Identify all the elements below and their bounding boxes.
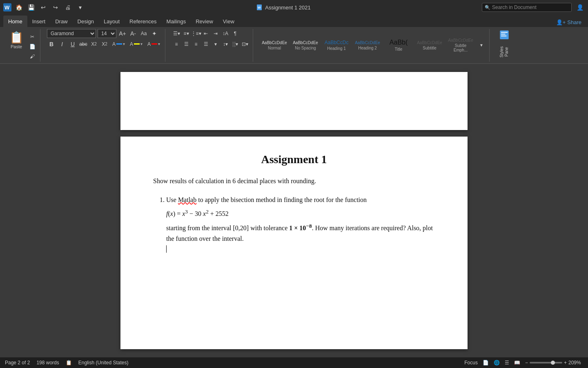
print-button[interactable]: 🖨 bbox=[63, 2, 73, 12]
style-heading1[interactable]: AaBbCcDc Heading 1 bbox=[322, 31, 351, 59]
status-right: Focus 📄 🌐 ☰ 📖 − + 209% bbox=[464, 360, 583, 366]
document-title: Assignment 1 bbox=[153, 153, 435, 166]
undo-button[interactable]: ↩ bbox=[38, 2, 48, 12]
decrease-indent-button[interactable]: ⇤ bbox=[201, 29, 210, 38]
align-right-button[interactable]: ≡ bbox=[192, 40, 200, 49]
customize-button[interactable]: ▾ bbox=[75, 2, 85, 12]
font-size-select[interactable]: 14 12 16 18 bbox=[98, 29, 116, 38]
redo-button[interactable]: ↪ bbox=[51, 2, 60, 12]
language[interactable]: English (United States) bbox=[78, 360, 129, 366]
tab-layout[interactable]: Layout bbox=[99, 16, 125, 27]
align-left-button[interactable]: ≡ bbox=[172, 40, 181, 49]
style-nospacing-label: No Spacing bbox=[295, 46, 316, 50]
bullets-button[interactable]: ☰▾ bbox=[172, 29, 181, 38]
item1-continuation: starting from the interval [0,20] with t… bbox=[166, 222, 435, 244]
font-row-1: Garamond Arial Times New Roman 14 12 16 … bbox=[47, 29, 159, 38]
focus-button[interactable]: Focus bbox=[464, 360, 478, 366]
line-spacing-button[interactable]: ↕▾ bbox=[221, 40, 230, 49]
page-2[interactable]: Assignment 1 Show results of calculation… bbox=[120, 137, 468, 349]
font-color-button[interactable]: A ▾ bbox=[111, 40, 127, 49]
shrink-font-button[interactable]: A- bbox=[129, 29, 138, 38]
font-color-chevron[interactable]: ▾ bbox=[123, 42, 125, 46]
superscript-button[interactable]: X2 bbox=[100, 40, 109, 49]
copy-icon[interactable]: 📄 bbox=[28, 42, 37, 51]
zoom-slider[interactable] bbox=[530, 362, 562, 364]
paragraph-group: ☰▾ ≡▾ ⋮≡▾ ⇤ ⇥ ↕A ¶ ≡ ☰ ≡ ☰ ▾ ↕▾ ░▾ ⊡▾ bbox=[169, 29, 253, 62]
doc-icon: W bbox=[256, 4, 263, 11]
zoom-in-button[interactable]: + bbox=[564, 360, 567, 366]
cursor bbox=[166, 244, 435, 254]
grow-font-button[interactable]: A+ bbox=[118, 29, 127, 38]
document-area[interactable]: Assignment 1 Show results of calculation… bbox=[0, 64, 588, 357]
tab-home[interactable]: Home bbox=[3, 16, 27, 27]
share-icon: 👤+ bbox=[556, 19, 566, 25]
style-title[interactable]: AaBb( Title bbox=[384, 31, 413, 59]
font-row-2: B I U abc X2 X2 A ▾ A ▾ A ▾ bbox=[47, 40, 162, 49]
style-no-spacing[interactable]: AaBbCcDdEe No Spacing bbox=[291, 31, 320, 59]
show-marks-button[interactable]: ¶ bbox=[231, 29, 240, 38]
increase-indent-button[interactable]: ⇥ bbox=[211, 29, 220, 38]
change-case-button[interactable]: Aa bbox=[139, 29, 148, 38]
bold-button[interactable]: B bbox=[47, 40, 56, 49]
tab-references[interactable]: References bbox=[125, 16, 161, 27]
style-h1-label: Heading 1 bbox=[327, 46, 346, 51]
styles-pane-label: Styles Pane bbox=[499, 42, 509, 62]
styles-pane-button[interactable]: Styles Pane bbox=[493, 29, 516, 62]
tab-design[interactable]: Design bbox=[73, 16, 99, 27]
ribbon: 📋 Paste ✂ 📄 🖌 Garamond Arial Times New R… bbox=[0, 27, 588, 64]
highlight-icon: A bbox=[130, 41, 133, 47]
underline-button[interactable]: U bbox=[68, 40, 77, 49]
columns-button[interactable]: ▾ bbox=[211, 40, 220, 49]
tab-draw[interactable]: Draw bbox=[50, 16, 72, 27]
format-painter-icon[interactable]: 🖌 bbox=[28, 52, 37, 61]
style-heading2[interactable]: AaBbCcDdEe Heading 2 bbox=[353, 31, 382, 59]
style-subtle-emph[interactable]: AaBbCcDdEe Subtle Emph... bbox=[446, 31, 475, 59]
save-button[interactable]: 💾 bbox=[26, 2, 36, 12]
zoom-control: − + 209% bbox=[525, 360, 583, 366]
font-group: Garamond Arial Times New Roman 14 12 16 … bbox=[44, 29, 165, 62]
zoom-out-button[interactable]: − bbox=[525, 360, 528, 366]
font-family-select[interactable]: Garamond Arial Times New Roman bbox=[47, 29, 96, 38]
tab-insert[interactable]: Insert bbox=[27, 16, 51, 27]
italic-button[interactable]: I bbox=[58, 40, 67, 49]
share-button[interactable]: 👤+ Share bbox=[553, 18, 585, 27]
multilevel-button[interactable]: ⋮≡▾ bbox=[192, 29, 200, 38]
strikethrough-button[interactable]: abc bbox=[79, 40, 88, 49]
view-mode-icon[interactable]: 📄 bbox=[483, 360, 489, 366]
view-read-icon[interactable]: 📖 bbox=[514, 360, 520, 366]
text-color-chevron[interactable]: ▾ bbox=[158, 42, 160, 46]
text-color-button[interactable]: A ▾ bbox=[146, 40, 162, 49]
search-box[interactable]: 🔍 Search in Document bbox=[482, 3, 572, 12]
font-color-icon: A bbox=[112, 41, 116, 47]
view-web-icon[interactable]: 🌐 bbox=[494, 360, 500, 366]
view-list-icon[interactable]: ☰ bbox=[505, 360, 509, 366]
style-normal-preview: AaBbCcDdEe bbox=[262, 40, 287, 45]
proofing-icon[interactable]: 📋 bbox=[66, 360, 72, 366]
highlight-chevron[interactable]: ▾ bbox=[140, 42, 143, 46]
tab-mailings[interactable]: Mailings bbox=[162, 16, 191, 27]
shading-button[interactable]: ░▾ bbox=[231, 40, 240, 49]
cut-icon[interactable]: ✂ bbox=[28, 32, 37, 41]
svg-rect-4 bbox=[500, 30, 508, 39]
tab-review[interactable]: Review bbox=[191, 16, 218, 27]
borders-button[interactable]: ⊡▾ bbox=[241, 40, 249, 49]
user-icon[interactable]: 👤 bbox=[575, 2, 585, 12]
clear-format-button[interactable]: ✦ bbox=[150, 29, 159, 38]
home-icon[interactable]: 🏠 bbox=[14, 2, 24, 12]
window-title: Assignment 1 2021 bbox=[265, 4, 310, 11]
highlight-button[interactable]: A ▾ bbox=[128, 40, 144, 49]
title-bar: W 🏠 💾 ↩ ↪ 🖨 ▾ W Assignment 1 2021 🔍 Sear… bbox=[0, 0, 588, 15]
subscript-button[interactable]: X2 bbox=[89, 40, 98, 49]
paste-button[interactable]: 📋 Paste bbox=[7, 31, 26, 50]
justify-button[interactable]: ☰ bbox=[201, 40, 210, 49]
styles-pane-icon bbox=[498, 29, 511, 40]
word-icon: W bbox=[3, 3, 11, 11]
numbering-button[interactable]: ≡▾ bbox=[182, 29, 191, 38]
styles-more-button[interactable]: ▼ bbox=[477, 41, 486, 50]
paste-label: Paste bbox=[11, 44, 22, 49]
align-center-button[interactable]: ☰ bbox=[182, 40, 191, 49]
tab-view[interactable]: View bbox=[218, 16, 239, 27]
style-subtitle[interactable]: AaBbCcDdEe Subtitle bbox=[415, 31, 444, 59]
sort-button[interactable]: ↕A bbox=[221, 29, 230, 38]
style-normal[interactable]: AaBbCcDdEe Normal bbox=[260, 31, 289, 59]
